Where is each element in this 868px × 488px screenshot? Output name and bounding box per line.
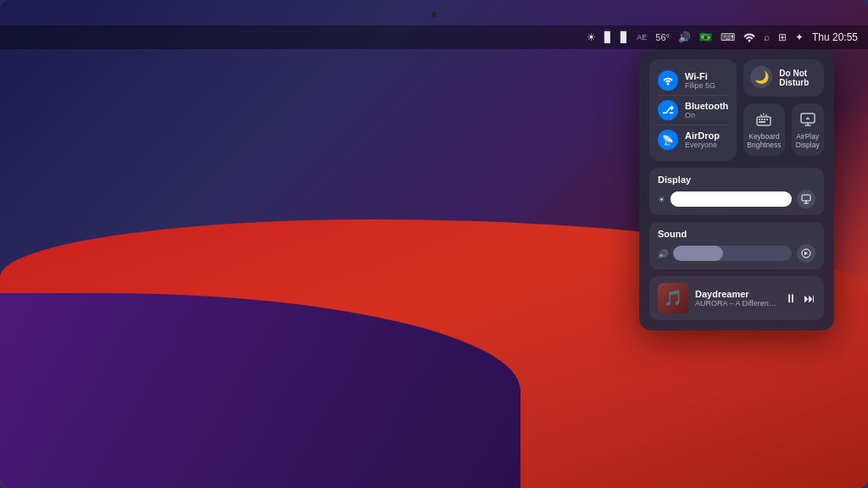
menubar-brightness[interactable]: ☀ bbox=[587, 31, 596, 43]
keyboard-brightness-btn[interactable]: Keyboard Brightness bbox=[743, 103, 784, 156]
menubar-time: Thu 20:55 bbox=[812, 31, 858, 43]
search-icon: ⌕ bbox=[764, 31, 770, 43]
flag-icon: 🇧🇷 bbox=[699, 31, 712, 43]
svg-rect-1 bbox=[759, 119, 760, 120]
moon-icon: 🌙 bbox=[750, 66, 772, 88]
svg-rect-5 bbox=[759, 121, 765, 123]
bluetooth-row[interactable]: ⎇ Bluetooth On bbox=[658, 96, 728, 125]
wifi-menu-icon bbox=[743, 30, 755, 45]
menubar-flag[interactable]: 🇧🇷 bbox=[699, 31, 712, 43]
sound-icon: 🔊 bbox=[658, 249, 668, 258]
bluetooth-text: Bluetooth On bbox=[685, 101, 728, 119]
airdrop-icon: 📡 bbox=[658, 130, 678, 150]
airplay-display-icon bbox=[799, 110, 816, 130]
display-slider[interactable] bbox=[670, 191, 792, 207]
svg-rect-10 bbox=[802, 195, 810, 201]
wifi-text: Wi-Fi Filipe 5G bbox=[685, 71, 715, 90]
media-controls: ⏸ ⏭ bbox=[785, 291, 815, 305]
menubar-siri[interactable]: ✦ bbox=[795, 31, 804, 43]
battery2-icon: ▊ bbox=[620, 31, 628, 43]
brightness-icon: ☀ bbox=[587, 31, 596, 43]
sound-airplay-icon[interactable] bbox=[797, 244, 815, 263]
control-center-icon: ⊞ bbox=[778, 31, 787, 43]
bluetooth-icon: ⎇ bbox=[658, 100, 678, 120]
temp-value: 56° bbox=[655, 32, 670, 42]
svg-rect-3 bbox=[764, 119, 765, 120]
keyboard-brightness-label: Keyboard Brightness bbox=[747, 132, 781, 149]
svg-line-7 bbox=[761, 115, 762, 116]
sound-section: Sound 🔊 bbox=[649, 222, 824, 269]
siri-icon: ✦ bbox=[795, 31, 804, 43]
wifi-row[interactable]: Wi-Fi Filipe 5G bbox=[658, 66, 728, 96]
menubar-control-center[interactable]: ⊞ bbox=[778, 31, 787, 43]
menubar-keyboard-menu[interactable]: ⌨ bbox=[721, 31, 735, 43]
menubar-wifi[interactable] bbox=[743, 30, 755, 45]
do-not-disturb-box[interactable]: 🌙 Do Not Disturb bbox=[743, 59, 824, 97]
airdrop-row[interactable]: 📡 AirDrop Everyone bbox=[658, 125, 728, 154]
svg-rect-4 bbox=[766, 119, 768, 120]
keyboard-menu-icon: ⌨ bbox=[721, 31, 735, 43]
wifi-circle-icon bbox=[658, 70, 678, 91]
pause-button[interactable]: ⏸ bbox=[785, 291, 797, 305]
sound-slider[interactable] bbox=[673, 246, 792, 261]
menubar: ☀ ▊ ▊ AE 56° 🔊 🇧🇷 ⌨ bbox=[0, 25, 868, 49]
sound-slider-row: 🔊 bbox=[658, 244, 815, 263]
menubar-battery2[interactable]: ▊ bbox=[620, 31, 628, 43]
display-airplay-icon[interactable] bbox=[797, 190, 815, 208]
keyboard-brightness-icon bbox=[755, 110, 772, 130]
svg-line-8 bbox=[766, 115, 767, 116]
menubar-activity[interactable]: AE bbox=[637, 33, 647, 42]
dnd-text: Do Not Disturb bbox=[779, 69, 809, 87]
track-info: Daydreamer AURORA – A Different Kind of… bbox=[695, 289, 778, 308]
forward-button[interactable]: ⏭ bbox=[804, 291, 815, 305]
album-art: 🎵 bbox=[658, 283, 688, 313]
camera-dot bbox=[431, 12, 437, 17]
airplay-display-btn[interactable]: AirPlay Display bbox=[792, 103, 825, 156]
now-playing-section: 🎵 Daydreamer AURORA – A Different Kind o… bbox=[649, 276, 824, 320]
display-section: Display ☀ bbox=[649, 168, 824, 215]
airplay-display-label: AirPlay Display bbox=[796, 132, 820, 149]
macbook-frame: ☀ ▊ ▊ AE 56° 🔊 🇧🇷 ⌨ bbox=[0, 0, 868, 488]
activity-text: AE bbox=[637, 33, 647, 42]
menubar-volume[interactable]: 🔊 bbox=[678, 31, 691, 43]
battery-icon: ▊ bbox=[604, 31, 612, 43]
display-min-icon: ☀ bbox=[658, 195, 665, 204]
control-center-panel: Wi-Fi Filipe 5G ⎇ Bluetooth On bbox=[639, 49, 834, 330]
connectivity-box: Wi-Fi Filipe 5G ⎇ Bluetooth On bbox=[649, 59, 737, 161]
display-slider-row: ☀ bbox=[658, 190, 815, 208]
menubar-battery[interactable]: ▊ bbox=[604, 31, 612, 43]
menubar-search[interactable]: ⌕ bbox=[764, 31, 770, 43]
airdrop-text: AirDrop Everyone bbox=[685, 130, 720, 149]
svg-rect-2 bbox=[761, 119, 763, 120]
volume-icon: 🔊 bbox=[678, 31, 691, 43]
menubar-temp[interactable]: 56° bbox=[655, 32, 670, 42]
